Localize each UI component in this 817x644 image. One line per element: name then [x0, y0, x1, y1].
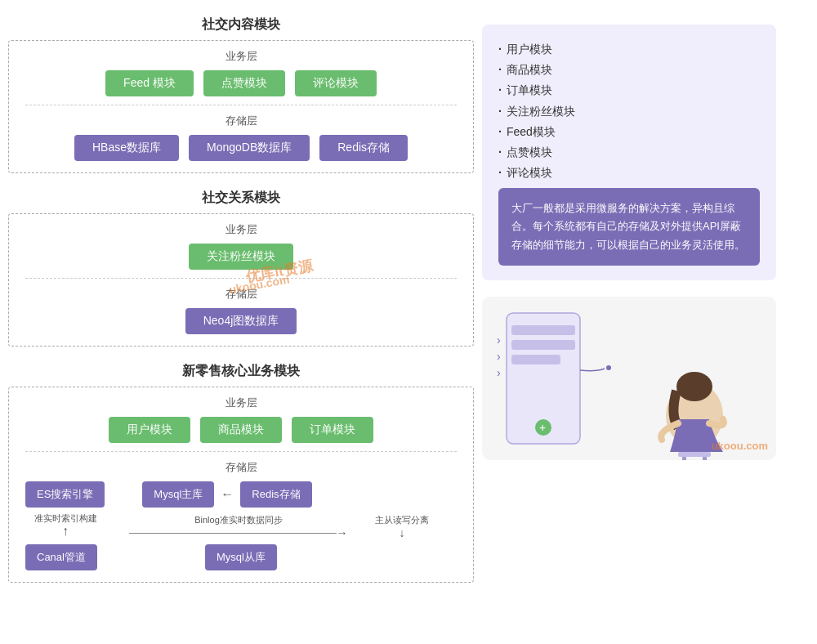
spacer — [111, 485, 136, 504]
social-content-module: 社交内容模块 业务层 Feed 模块 点赞模块 评论模块 存储层 HBase数据… — [8, 16, 474, 173]
svg-point-10 — [676, 372, 712, 401]
list-item-product: 商品模块 — [498, 60, 760, 80]
chip-neo4j: Neo4j图数据库 — [185, 308, 297, 334]
new-retail-title: 新零售核心业务模块 — [182, 363, 300, 380]
business-chips-row-3: 用户模块 商品模块 订单模块 — [25, 417, 457, 443]
nr-storage-row1: ES搜索引擎 Mysql主库 ← Redis存储 — [25, 481, 457, 508]
list-item-feed: Feed模块 — [498, 122, 760, 142]
svg-rect-13 — [703, 457, 707, 460]
divider-1 — [25, 105, 457, 105]
divider-2 — [25, 278, 457, 279]
illustration-svg: › › › + — [482, 297, 776, 460]
svg-text:›: › — [497, 350, 501, 363]
svg-text:+: + — [539, 421, 546, 434]
svg-rect-12 — [682, 457, 686, 460]
storage-layer-label-2: 存储层 — [25, 287, 457, 302]
chip-mysql-slave: Mysql从库 — [205, 544, 277, 570]
list-item-order: 订单模块 — [498, 80, 760, 101]
master-slave-label: 主从读写分离 — [375, 514, 429, 526]
svg-text:›: › — [497, 366, 501, 379]
spacer2 — [104, 548, 128, 567]
storage-chips-row-2: Neo4j图数据库 — [25, 308, 457, 334]
info-description-text: 大厂一般都是采用微服务的解决方案，异构且综合。每个系统都有自己的存储及对外提供A… — [511, 199, 747, 253]
binlog-label-col: Binlog准实时数据同步 → — [102, 512, 375, 539]
chip-feed: Feed 模块 — [105, 70, 194, 96]
info-description-box: 大厂一般都是采用微服务的解决方案，异构且综合。每个系统都有自己的存储及对外提供A… — [498, 188, 760, 265]
arrow-down-es: ↑ — [62, 524, 69, 539]
line-left — [129, 533, 336, 534]
social-relation-title: 社交关系模块 — [202, 190, 280, 207]
masterslave-label-col: 主从读写分离 ↓ — [375, 512, 429, 539]
arrow-masterslave: ↓ — [400, 526, 405, 539]
chip-product: 商品模块 — [200, 417, 282, 443]
arrow-right-binlog: → — [337, 526, 348, 539]
info-card: 用户模块 商品模块 订单模块 关注粉丝模块 Feed模块 点赞模块 评论模块 大… — [482, 25, 776, 280]
es-label-col: 准实时索引构建 ↑ — [29, 512, 102, 539]
svg-text:›: › — [497, 333, 501, 347]
illustration-box: › › › + — [482, 297, 776, 460]
chip-redis-2: Redis存储 — [240, 481, 311, 508]
storage-layer-label-1: 存储层 — [25, 114, 457, 128]
chip-like: 点赞模块 — [203, 70, 285, 96]
list-item-user: 用户模块 — [498, 39, 760, 60]
new-retail-box: 业务层 用户模块 商品模块 订单模块 存储层 ES搜索引擎 Mysql主库 — [8, 387, 474, 583]
spacer3 — [135, 548, 199, 567]
module-list: 用户模块 商品模块 订单模块 关注粉丝模块 Feed模块 点赞模块 评论模块 — [498, 39, 760, 183]
chip-user: 用户模块 — [109, 417, 190, 443]
es-realtime-label: 准实时索引构建 — [34, 512, 97, 524]
svg-rect-2 — [511, 340, 575, 350]
svg-point-17 — [606, 365, 611, 370]
social-content-box: 业务层 Feed 模块 点赞模块 评论模块 存储层 HBase数据库 Mongo… — [8, 40, 474, 173]
binlog-label-text: Binlog准实时数据同步 — [194, 514, 283, 526]
right-panel: 用户模块 商品模块 订单模块 关注粉丝模块 Feed模块 点赞模块 评论模块 大… — [482, 16, 776, 583]
svg-rect-1 — [511, 325, 575, 335]
business-chips-row-1: Feed 模块 点赞模块 评论模块 — [25, 70, 457, 96]
chip-follow: 关注粉丝模块 — [189, 244, 293, 270]
svg-rect-3 — [511, 355, 560, 364]
chip-order: 订单模块 — [292, 417, 373, 443]
storage-layer-label-3: 存储层 — [25, 460, 457, 475]
list-item-like: 点赞模块 — [498, 142, 760, 163]
svg-rect-11 — [678, 452, 711, 457]
business-layer-label-3: 业务层 — [25, 396, 457, 410]
social-relation-module: 社交关系模块 业务层 关注粉丝模块 存储层 Neo4j图数据库 — [8, 190, 474, 347]
business-layer-label-2: 业务层 — [25, 222, 457, 237]
watermark-bottom: ukoou.com — [712, 440, 768, 452]
storage-chips-row-1: HBase数据库 MongoDB数据库 Redis存储 — [25, 135, 457, 161]
chip-canal: Canal管道 — [25, 544, 97, 570]
social-content-title: 社交内容模块 — [202, 16, 280, 34]
nr-storage-row2: Canal管道 Mysql从库 — [25, 544, 457, 570]
left-panel: 社交内容模块 业务层 Feed 模块 点赞模块 评论模块 存储层 HBase数据… — [8, 16, 474, 583]
business-chips-row-2: 关注粉丝模块 — [25, 244, 457, 270]
chip-mongodb: MongoDB数据库 — [189, 135, 310, 161]
chip-es: ES搜索引擎 — [25, 481, 105, 508]
chip-hbase: HBase数据库 — [74, 135, 179, 161]
chip-redis-1: Redis存储 — [319, 135, 408, 161]
chip-comment: 评论模块 — [295, 70, 377, 96]
social-relation-box: 业务层 关注粉丝模块 存储层 Neo4j图数据库 — [8, 213, 474, 347]
nr-storage-container: ES搜索引擎 Mysql主库 ← Redis存储 准实时索引构建 ↑ — [25, 481, 457, 570]
business-layer-label-1: 业务层 — [25, 49, 457, 64]
chip-mysql-master: Mysql主库 — [142, 481, 214, 508]
new-retail-module: 新零售核心业务模块 业务层 用户模块 商品模块 订单模块 存储层 ES搜索引擎 — [8, 363, 474, 583]
list-item-comment: 评论模块 — [498, 163, 760, 183]
list-item-follow: 关注粉丝模块 — [498, 101, 760, 122]
arrow-left-icon: ← — [221, 487, 234, 502]
nr-connector-area: 准实时索引构建 ↑ Binlog准实时数据同步 → — [25, 512, 457, 539]
divider-3 — [25, 451, 457, 452]
